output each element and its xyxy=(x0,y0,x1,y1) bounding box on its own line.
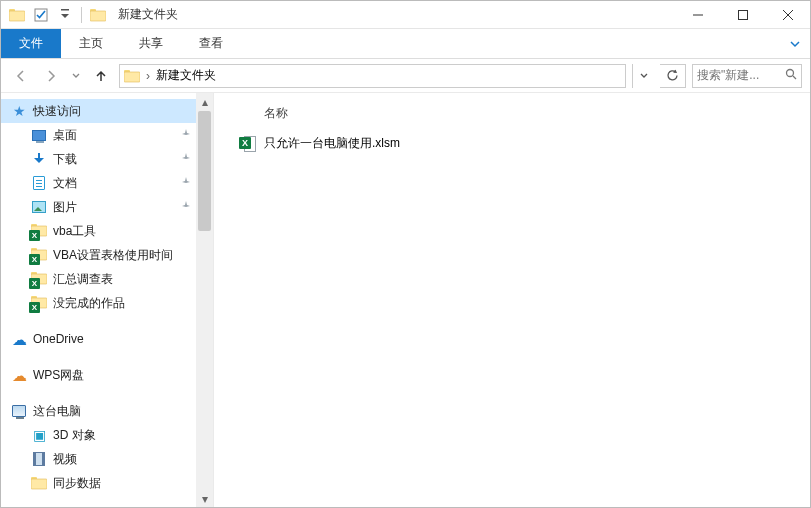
picture-icon xyxy=(31,199,47,215)
breadcrumb-segment[interactable]: 新建文件夹 xyxy=(156,67,216,84)
tree-item-folder[interactable]: X vba工具 xyxy=(1,219,213,243)
file-list-pane: 名称 只允许一台电脑使用.xlsm xyxy=(214,93,810,507)
minimize-button[interactable] xyxy=(675,1,720,29)
column-header-label: 名称 xyxy=(264,106,288,120)
tree-item-3d-objects[interactable]: ▣ 3D 对象 xyxy=(1,423,213,447)
app-folder-icon xyxy=(7,5,27,25)
tree-item-desktop[interactable]: 桌面 xyxy=(1,123,213,147)
tree-wps[interactable]: ☁ WPS网盘 xyxy=(1,363,213,387)
pin-icon xyxy=(181,152,191,166)
pin-icon xyxy=(181,200,191,214)
scroll-down-icon[interactable]: ▾ xyxy=(196,490,213,507)
file-row[interactable]: 只允许一台电脑使用.xlsm xyxy=(226,131,798,155)
svg-rect-3 xyxy=(61,9,69,11)
recent-locations-button[interactable] xyxy=(69,64,83,88)
maximize-button[interactable] xyxy=(720,1,765,29)
wps-cloud-icon: ☁ xyxy=(11,367,27,383)
svg-rect-7 xyxy=(738,10,747,19)
qat-dropdown-icon[interactable] xyxy=(55,5,75,25)
tree-item-folder[interactable]: X 汇总调查表 xyxy=(1,267,213,291)
tab-file-label: 文件 xyxy=(19,35,43,52)
search-icon xyxy=(785,68,797,83)
tree-item-videos[interactable]: 视频 xyxy=(1,447,213,471)
address-history-button[interactable] xyxy=(632,64,654,88)
tree-label: 视频 xyxy=(53,451,77,468)
tree-item-pictures[interactable]: 图片 xyxy=(1,195,213,219)
tree-label: 汇总调查表 xyxy=(53,271,113,288)
tree-label: 快速访问 xyxy=(33,103,81,120)
tree-label: 桌面 xyxy=(53,127,77,144)
column-header-name[interactable]: 名称 xyxy=(226,101,798,131)
pin-icon xyxy=(181,176,191,190)
back-button[interactable] xyxy=(9,64,33,88)
tree-quick-access[interactable]: ★ 快速访问 xyxy=(1,99,213,123)
tab-share-label: 共享 xyxy=(139,35,163,52)
tree-item-downloads[interactable]: 下载 xyxy=(1,147,213,171)
download-icon xyxy=(31,151,47,167)
separator xyxy=(81,7,82,23)
tree-label: 没完成的作品 xyxy=(53,295,125,312)
properties-icon[interactable] xyxy=(31,5,51,25)
cube-icon: ▣ xyxy=(31,427,47,443)
window-controls xyxy=(675,1,810,29)
tree-label: 这台电脑 xyxy=(33,403,81,420)
tab-view[interactable]: 查看 xyxy=(181,29,241,58)
close-button[interactable] xyxy=(765,1,810,29)
svg-point-10 xyxy=(787,70,794,77)
excel-folder-icon: X xyxy=(31,247,47,263)
onedrive-icon: ☁ xyxy=(11,331,27,347)
tree-label: VBA设置表格使用时间 xyxy=(53,247,173,264)
svg-rect-9 xyxy=(124,72,140,82)
navigation-bar: › 新建文件夹 搜索"新建... xyxy=(1,59,810,93)
tree-onedrive[interactable]: ☁ OneDrive xyxy=(1,327,213,351)
ribbon-tabs: 文件 主页 共享 查看 xyxy=(1,29,810,59)
tab-home[interactable]: 主页 xyxy=(61,29,121,58)
address-bar[interactable]: › 新建文件夹 xyxy=(119,64,626,88)
breadcrumb-chevron-icon[interactable]: › xyxy=(146,69,150,83)
file-name: 只允许一台电脑使用.xlsm xyxy=(264,135,400,152)
tree-label: WPS网盘 xyxy=(33,367,84,384)
sidebar-scrollbar[interactable]: ▴ ▾ xyxy=(196,93,213,507)
tree-item-folder[interactable]: X 没完成的作品 xyxy=(1,291,213,315)
star-icon: ★ xyxy=(11,103,27,119)
tab-view-label: 查看 xyxy=(199,35,223,52)
tab-file[interactable]: 文件 xyxy=(1,29,61,58)
up-button[interactable] xyxy=(89,64,113,88)
tree-label: OneDrive xyxy=(33,332,84,346)
content-area: ★ 快速访问 桌面 下载 文档 图片 X vba工具 xyxy=(1,93,810,507)
tree-item-folder[interactable]: X VBA设置表格使用时间 xyxy=(1,243,213,267)
pin-icon xyxy=(181,128,191,142)
refresh-button[interactable] xyxy=(660,64,686,88)
scroll-up-icon[interactable]: ▴ xyxy=(196,93,213,110)
tab-share[interactable]: 共享 xyxy=(121,29,181,58)
tree-label: 文档 xyxy=(53,175,77,192)
tab-home-label: 主页 xyxy=(79,35,103,52)
title-bar: 新建文件夹 xyxy=(1,1,810,29)
search-placeholder: 搜索"新建... xyxy=(697,67,781,84)
ribbon-expand-button[interactable] xyxy=(780,29,810,58)
desktop-icon xyxy=(31,127,47,143)
svg-rect-6 xyxy=(693,14,703,15)
scrollbar-thumb[interactable] xyxy=(198,111,211,231)
excel-folder-icon: X xyxy=(31,271,47,287)
svg-rect-5 xyxy=(90,11,106,21)
tree-item-sync[interactable]: 同步数据 xyxy=(1,471,213,495)
folder-icon xyxy=(31,475,47,491)
forward-button[interactable] xyxy=(39,64,63,88)
navigation-pane: ★ 快速访问 桌面 下载 文档 图片 X vba工具 xyxy=(1,93,214,507)
excel-file-icon xyxy=(240,135,256,151)
document-icon xyxy=(31,175,47,191)
excel-folder-icon: X xyxy=(31,223,47,239)
svg-rect-1 xyxy=(9,11,25,21)
excel-folder-icon: X xyxy=(31,295,47,311)
address-folder-icon xyxy=(124,68,140,84)
tree-this-pc[interactable]: 这台电脑 xyxy=(1,399,213,423)
tree-label: 3D 对象 xyxy=(53,427,96,444)
pc-icon xyxy=(11,403,27,419)
tree-item-documents[interactable]: 文档 xyxy=(1,171,213,195)
search-input[interactable]: 搜索"新建... xyxy=(692,64,802,88)
window-title: 新建文件夹 xyxy=(112,6,178,23)
tree-label: vba工具 xyxy=(53,223,96,240)
tree-label: 同步数据 xyxy=(53,475,101,492)
quick-access-toolbar: 新建文件夹 xyxy=(1,5,184,25)
